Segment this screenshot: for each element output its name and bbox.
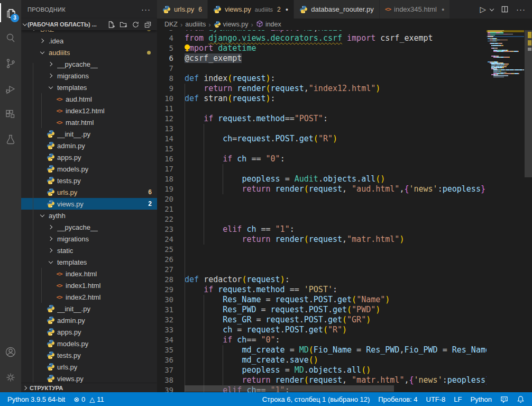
- run-button[interactable]: ▷: [480, 5, 486, 14]
- new-folder-icon[interactable]: [120, 21, 127, 29]
- tree-item-urls-py[interactable]: urls.py6: [21, 186, 157, 198]
- eol-status[interactable]: LF: [450, 395, 466, 403]
- vertical-scrollbar[interactable]: [525, 30, 532, 177]
- cursor-position-status[interactable]: Строка 6, столбец 1 (выбрано 12): [258, 395, 374, 403]
- tree-item-static[interactable]: static: [21, 245, 157, 256]
- tree-item-templates[interactable]: templates: [21, 82, 157, 93]
- tree-item--idea[interactable]: .idea: [21, 35, 157, 47]
- horizontal-scrollbar[interactable]: [185, 385, 394, 392]
- code-line-17[interactable]: [185, 164, 487, 174]
- code-line-4[interactable]: from django.views.decorators.csrf import…: [185, 33, 487, 43]
- line-number[interactable]: 35: [157, 345, 185, 355]
- code-line-12[interactable]: if request.method=="POST":: [185, 114, 487, 124]
- extensions-icon[interactable]: [0, 102, 21, 127]
- line-number[interactable]: 11: [157, 104, 185, 114]
- line-number[interactable]: 30: [157, 295, 185, 305]
- tree-item-aythh[interactable]: aythh: [21, 210, 157, 221]
- refresh-icon[interactable]: [132, 21, 140, 29]
- code-line-15[interactable]: [185, 144, 487, 154]
- code-line-22[interactable]: [185, 214, 487, 224]
- line-number[interactable]: 10: [157, 94, 185, 104]
- line-number[interactable]: 26: [157, 255, 185, 265]
- code-line-25[interactable]: [185, 245, 487, 255]
- tree-item-tests-py[interactable]: tests.py: [21, 175, 157, 186]
- line-number[interactable]: 15: [157, 144, 185, 154]
- tree-item-migrations[interactable]: migrations: [21, 70, 157, 82]
- code-line-20[interactable]: [185, 194, 487, 204]
- code-line-23[interactable]: elif ch == "1":: [185, 224, 487, 234]
- lightbulb-icon[interactable]: [185, 44, 191, 52]
- code-line-21[interactable]: [185, 204, 487, 214]
- code-line-11[interactable]: [185, 104, 487, 114]
- tree-item-views-py[interactable]: views.py: [21, 373, 157, 383]
- line-number[interactable]: 29: [157, 285, 185, 295]
- tree-item-migrations[interactable]: migrations: [21, 233, 157, 245]
- code-line-36[interactable]: md_create.save(): [185, 355, 487, 365]
- tree-item-admin-py[interactable]: admin.py: [21, 140, 157, 151]
- outline-section-header[interactable]: СТРУКТУРА: [21, 383, 157, 392]
- indentation-status[interactable]: Пробелов: 4: [374, 395, 421, 403]
- tree-item-apps-py[interactable]: apps.py: [21, 151, 157, 163]
- run-dropdown-chevron-icon[interactable]: [490, 6, 494, 11]
- dirty-dot-icon[interactable]: ●: [442, 7, 444, 12]
- line-number[interactable]: 24: [157, 234, 185, 245]
- collapse-all-icon[interactable]: [144, 21, 152, 29]
- editor-gutter[interactable]: 3456789101112131415161718192021222324252…: [157, 30, 185, 392]
- line-number[interactable]: 19: [157, 184, 185, 194]
- line-number[interactable]: 12: [157, 114, 185, 124]
- code-editor[interactable]: from aythh.models import MD,Auditfrom dj…: [185, 30, 487, 392]
- line-number[interactable]: 31: [157, 305, 185, 315]
- code-line-5[interactable]: import datetime: [185, 43, 487, 53]
- line-number[interactable]: 25: [157, 245, 185, 255]
- line-number[interactable]: 17: [157, 164, 185, 174]
- line-number[interactable]: 38: [157, 375, 185, 385]
- line-number[interactable]: 14: [157, 134, 185, 144]
- line-number[interactable]: 4: [157, 33, 185, 43]
- code-line-14[interactable]: ch=request.POST.get("R"): [185, 134, 487, 144]
- code-line-38[interactable]: return render(request, "matr.html",{'new…: [185, 375, 487, 385]
- workspace-section-header[interactable]: (РАБОЧАЯ ОБЛАСТЬ) ...: [21, 19, 157, 30]
- code-line-30[interactable]: Res_Name = request.POST.get("Name"): [185, 295, 487, 305]
- tree-item--init-py[interactable]: __init__.py: [21, 303, 157, 314]
- line-number[interactable]: 28: [157, 275, 185, 285]
- line-number[interactable]: 6: [157, 53, 185, 64]
- editor-more-actions[interactable]: ···: [516, 5, 526, 14]
- line-number[interactable]: 33: [157, 325, 185, 335]
- code-line-6[interactable]: @csrf_exempt: [185, 53, 487, 64]
- code-line-10[interactable]: def stran(request):: [185, 94, 487, 104]
- line-number[interactable]: 39: [157, 385, 185, 392]
- line-number[interactable]: 8: [157, 74, 185, 84]
- line-number[interactable]: 20: [157, 194, 185, 204]
- source-control-icon[interactable]: [0, 51, 21, 76]
- line-number[interactable]: 5: [157, 43, 185, 53]
- tree-item--pycache-[interactable]: __pycache__: [21, 58, 157, 70]
- account-icon[interactable]: [0, 339, 21, 365]
- tab-views-py[interactable]: views.py audiiits 2 ●: [208, 0, 294, 19]
- new-file-icon[interactable]: [107, 21, 115, 29]
- notifications-bell-icon[interactable]: [512, 395, 529, 403]
- line-number[interactable]: 22: [157, 214, 185, 224]
- tree-item-models-py[interactable]: models.py: [21, 163, 157, 175]
- breadcrumb-item-views-py[interactable]: views.py: [214, 21, 249, 28]
- code-line-24[interactable]: return render(request,"matr.html"): [185, 234, 487, 245]
- line-number[interactable]: 37: [157, 365, 185, 375]
- code-line-37[interactable]: peopless = MD.objects.all(): [185, 365, 487, 375]
- code-line-8[interactable]: def index(request):: [185, 74, 487, 84]
- line-number[interactable]: 34: [157, 335, 185, 345]
- code-line-27[interactable]: [185, 265, 487, 275]
- code-line-34[interactable]: if ch== "0":: [185, 335, 487, 345]
- run-debug-icon[interactable]: [0, 76, 21, 102]
- breadcrumb-item-index[interactable]: index: [256, 20, 281, 29]
- testing-icon[interactable]: [0, 127, 21, 152]
- tab-database-roouter-py[interactable]: database_roouter.py: [294, 0, 380, 19]
- problems-status[interactable]: ⊗ 0 △ 11: [69, 395, 108, 403]
- tree-item-audiiits[interactable]: audiiits: [21, 47, 157, 58]
- line-number[interactable]: 16: [157, 154, 185, 164]
- tree-item-admin-py[interactable]: admin.py: [21, 314, 157, 326]
- line-number[interactable]: 21: [157, 204, 185, 214]
- line-number[interactable]: 9: [157, 84, 185, 94]
- breadcrumb-item-dkz[interactable]: DKZ: [164, 21, 178, 28]
- code-line-19[interactable]: return render(request, "aud.html",{'news…: [185, 184, 487, 194]
- line-number[interactable]: 23: [157, 224, 185, 234]
- breadcrumb-item-audiiits[interactable]: audiiits: [185, 21, 206, 28]
